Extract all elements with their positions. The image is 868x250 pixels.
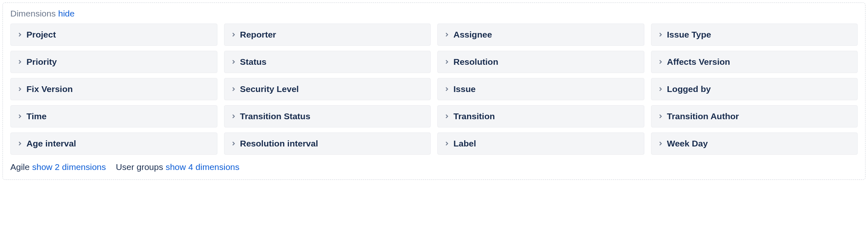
dimension-transition[interactable]: Transition — [437, 105, 644, 127]
dimension-label: Priority — [26, 57, 57, 67]
chevron-right-icon — [231, 32, 236, 37]
dimension-transition-author[interactable]: Transition Author — [651, 105, 858, 127]
dimension-transition-status[interactable]: Transition Status — [224, 105, 431, 127]
dimension-week-day[interactable]: Week Day — [651, 132, 858, 155]
dimension-fix-version[interactable]: Fix Version — [10, 78, 217, 100]
dimensions-title: Dimensions — [10, 9, 56, 19]
dimension-label: Time — [26, 111, 47, 121]
dimension-affects-version[interactable]: Affects Version — [651, 51, 858, 73]
dimension-time[interactable]: Time — [10, 105, 217, 127]
chevron-right-icon — [444, 87, 449, 92]
chevron-right-icon — [17, 59, 22, 64]
show-user-groups-dimensions-link[interactable]: show 4 dimensions — [166, 162, 240, 172]
dimensions-hide-link[interactable]: hide — [58, 9, 75, 19]
dimension-logged-by[interactable]: Logged by — [651, 78, 858, 100]
dimension-resolution-interval[interactable]: Resolution interval — [224, 132, 431, 155]
dimension-label: Resolution interval — [240, 139, 318, 149]
footer-group-user-groups: User groups show 4 dimensions — [116, 162, 239, 172]
dimensions-panel: Dimensions hide Project Reporter Assigne… — [2, 2, 866, 180]
dimension-label: Label — [453, 139, 476, 149]
chevron-right-icon — [444, 114, 449, 119]
dimension-label: Security Level — [240, 84, 299, 94]
footer-group-agile: Agile show 2 dimensions — [10, 162, 106, 172]
chevron-right-icon — [231, 59, 236, 64]
dimension-age-interval[interactable]: Age interval — [10, 132, 217, 155]
dimension-status[interactable]: Status — [224, 51, 431, 73]
chevron-right-icon — [444, 32, 449, 37]
dimension-security-level[interactable]: Security Level — [224, 78, 431, 100]
dimension-label: Status — [240, 57, 267, 67]
dimension-label: Week Day — [667, 139, 708, 149]
dimensions-footer: Agile show 2 dimensions User groups show… — [10, 161, 858, 172]
dimension-label: Project — [26, 30, 56, 40]
dimension-project[interactable]: Project — [10, 24, 217, 46]
chevron-right-icon — [444, 141, 449, 146]
chevron-right-icon — [658, 114, 663, 119]
dimension-label: Fix Version — [26, 84, 73, 94]
dimension-label: Transition Status — [240, 111, 310, 121]
dimension-label-dim[interactable]: Label — [437, 132, 644, 155]
chevron-right-icon — [658, 59, 663, 64]
dimension-label: Reporter — [240, 30, 277, 40]
dimension-label: Affects Version — [667, 57, 730, 67]
dimension-label: Logged by — [667, 84, 711, 94]
chevron-right-icon — [231, 141, 236, 146]
dimension-label: Age interval — [26, 139, 76, 149]
chevron-right-icon — [17, 87, 22, 92]
chevron-right-icon — [231, 114, 236, 119]
chevron-right-icon — [231, 87, 236, 92]
dimension-label: Issue — [453, 84, 476, 94]
dimension-priority[interactable]: Priority — [10, 51, 217, 73]
chevron-right-icon — [17, 141, 22, 146]
chevron-right-icon — [444, 59, 449, 64]
dimension-reporter[interactable]: Reporter — [224, 24, 431, 46]
dimension-issue[interactable]: Issue — [437, 78, 644, 100]
dimension-assignee[interactable]: Assignee — [437, 24, 644, 46]
dimension-label: Resolution — [453, 57, 498, 67]
dimension-label: Transition — [453, 111, 495, 121]
dimensions-grid: Project Reporter Assignee Issue Type Pri… — [10, 24, 858, 155]
show-agile-dimensions-link[interactable]: show 2 dimensions — [32, 162, 106, 172]
dimensions-header: Dimensions hide — [10, 9, 858, 19]
dimension-resolution[interactable]: Resolution — [437, 51, 644, 73]
footer-label-user-groups: User groups — [116, 162, 163, 172]
chevron-right-icon — [658, 32, 663, 37]
dimension-label: Transition Author — [667, 111, 739, 121]
chevron-right-icon — [17, 32, 22, 37]
dimension-issue-type[interactable]: Issue Type — [651, 24, 858, 46]
chevron-right-icon — [658, 87, 663, 92]
footer-label-agile: Agile — [10, 162, 30, 172]
dimension-label: Assignee — [453, 30, 492, 40]
chevron-right-icon — [658, 141, 663, 146]
chevron-right-icon — [17, 114, 22, 119]
dimension-label: Issue Type — [667, 30, 711, 40]
